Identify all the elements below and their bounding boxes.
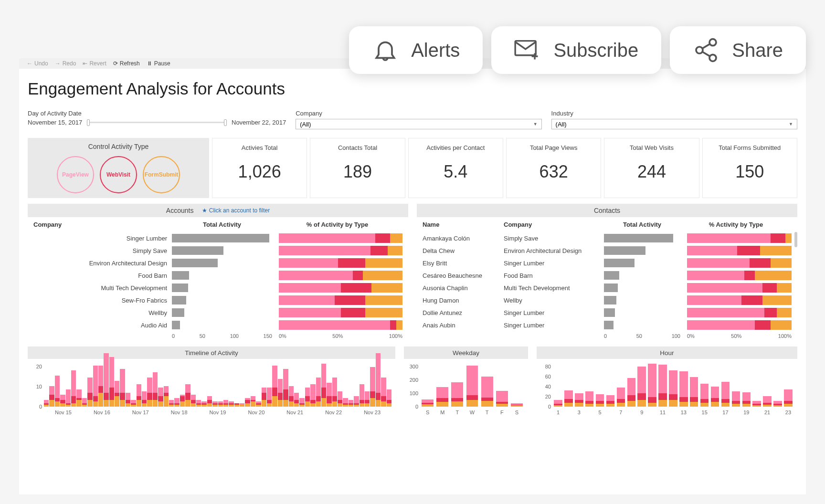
activity-type-bar bbox=[279, 233, 402, 243]
chart-bar bbox=[370, 367, 375, 407]
company-dropdown[interactable]: (All) ▼ bbox=[296, 119, 541, 129]
table-row[interactable]: Delta Chew Environ Architectural Design bbox=[417, 244, 797, 257]
account-name: Simply Save bbox=[33, 247, 172, 254]
table-row[interactable]: Simply Save bbox=[28, 244, 408, 257]
scrollbar-thumb[interactable] bbox=[794, 232, 797, 247]
svg-rect-0 bbox=[516, 41, 536, 55]
chart-bar bbox=[480, 377, 495, 407]
chart-bar bbox=[278, 379, 283, 407]
chart-bar bbox=[584, 391, 595, 407]
date-range-slider[interactable]: November 15, 2017 November 22, 2017 bbox=[28, 119, 286, 126]
activity-type-control: Control Activity Type PageView WebVisit … bbox=[28, 138, 209, 198]
table-row[interactable]: Elsy Britt Singer Lumber bbox=[417, 257, 797, 269]
chart-bar bbox=[158, 388, 163, 407]
alerts-button[interactable]: Alerts bbox=[349, 26, 483, 74]
col-company: Company bbox=[504, 221, 604, 228]
chart-bar bbox=[137, 384, 141, 407]
contact-company: Multi Tech Development bbox=[504, 284, 604, 292]
table-row[interactable]: Sew-Fro Fabrics bbox=[28, 294, 408, 306]
slider-track[interactable] bbox=[87, 122, 227, 123]
formsubmit-toggle[interactable]: FormSubmit bbox=[143, 156, 180, 193]
chart-bar bbox=[245, 398, 250, 407]
kpi-value: 1,026 bbox=[216, 162, 303, 182]
col-name: Name bbox=[423, 221, 504, 228]
table-row[interactable]: Singer Lumber bbox=[28, 232, 408, 244]
col-total-activity: Total Activity bbox=[172, 221, 272, 228]
col-total-activity: Total Activity bbox=[604, 221, 680, 228]
chart-bar bbox=[349, 400, 353, 407]
chart-bar bbox=[289, 386, 294, 407]
chart-bar bbox=[360, 384, 364, 407]
chart-bar bbox=[82, 398, 87, 407]
account-name: Multi Tech Development bbox=[33, 284, 172, 292]
table-row[interactable]: Cesáreo Beauchesne Food Barn bbox=[417, 269, 797, 282]
total-activity-bar bbox=[172, 258, 272, 268]
slider-handle-end[interactable] bbox=[224, 119, 227, 126]
contact-name: Anais Aubin bbox=[423, 322, 504, 329]
activity-type-bar bbox=[687, 295, 792, 305]
total-activity-bar bbox=[172, 295, 272, 305]
chart-bar bbox=[223, 400, 228, 407]
chevron-down-icon: ▼ bbox=[533, 122, 538, 126]
mail-plus-icon bbox=[514, 37, 541, 63]
kpi-card: Activies Total1,026 bbox=[212, 138, 307, 198]
chart-bar bbox=[595, 394, 605, 407]
revert-button[interactable]: ⇤Revert bbox=[83, 60, 106, 67]
kpi-label: Total Forms Submitted bbox=[707, 144, 793, 151]
chart-bar bbox=[376, 353, 381, 407]
table-row[interactable]: Environ Architectural Design bbox=[28, 257, 408, 269]
refresh-button[interactable]: ⟳Refresh bbox=[113, 60, 140, 67]
kpi-value: 632 bbox=[510, 162, 597, 182]
table-row[interactable]: Ausonia Chaplin Multi Tech Development bbox=[417, 282, 797, 294]
contact-company: Singer Lumber bbox=[504, 322, 604, 329]
webvisit-toggle[interactable]: WebVisit bbox=[100, 156, 137, 193]
total-activity-bar bbox=[604, 295, 680, 305]
redo-button[interactable]: →Redo bbox=[55, 60, 76, 67]
contact-company: Wellby bbox=[504, 297, 604, 304]
chart-bar bbox=[495, 391, 509, 407]
industry-dropdown[interactable]: (All) ▼ bbox=[551, 119, 797, 129]
chart-bar bbox=[553, 400, 563, 407]
subscribe-label: Subscribe bbox=[553, 40, 638, 61]
arrow-right-icon: → bbox=[55, 60, 61, 67]
chart-bar bbox=[381, 378, 386, 407]
table-row[interactable]: Audio Aid bbox=[28, 319, 408, 331]
total-activity-bar bbox=[172, 246, 272, 255]
table-row[interactable]: Amankaya Colón Simply Save bbox=[417, 232, 797, 244]
slider-handle-start[interactable] bbox=[87, 119, 90, 126]
pageview-toggle[interactable]: PageView bbox=[57, 156, 94, 193]
chart-bar bbox=[174, 398, 179, 407]
chart-bar bbox=[207, 396, 212, 407]
total-activity-bar bbox=[604, 308, 680, 317]
share-button[interactable]: Share bbox=[670, 26, 806, 74]
kpi-label: Total Page Views bbox=[510, 144, 597, 151]
contact-company: Environ Architectural Design bbox=[504, 247, 604, 254]
chart-bar bbox=[60, 395, 65, 407]
activity-type-bar bbox=[687, 283, 792, 293]
chart-bar bbox=[647, 364, 657, 407]
chart-bar bbox=[49, 386, 54, 407]
subscribe-button[interactable]: Subscribe bbox=[491, 26, 661, 74]
timeline-chart: Timeline of Activity 20100 Nov 15Nov 16N… bbox=[28, 346, 395, 421]
kpi-value: 244 bbox=[608, 162, 695, 182]
chart-bar bbox=[71, 370, 76, 407]
table-row[interactable]: Anais Aubin Singer Lumber bbox=[417, 319, 797, 331]
kpi-value: 5.4 bbox=[412, 162, 499, 182]
contact-name: Cesáreo Beauchesne bbox=[423, 272, 504, 279]
table-row[interactable]: Hung Damon Wellby bbox=[417, 294, 797, 306]
chart-bar bbox=[147, 378, 152, 407]
pause-button[interactable]: ⏸Pause bbox=[147, 60, 170, 67]
table-row[interactable]: Food Barn bbox=[28, 269, 408, 282]
chart-bar bbox=[98, 366, 103, 407]
undo-button[interactable]: ←Undo bbox=[27, 60, 48, 67]
chart-bar bbox=[657, 365, 668, 407]
chart-bar bbox=[465, 366, 479, 407]
chart-bar bbox=[212, 401, 217, 407]
total-activity-bar bbox=[172, 271, 272, 280]
chart-bar bbox=[201, 401, 206, 407]
table-row[interactable]: Multi Tech Development bbox=[28, 282, 408, 294]
table-row[interactable]: Dollie Antunez Singer Lumber bbox=[417, 306, 797, 319]
chart-bar bbox=[751, 401, 762, 407]
table-row[interactable]: Wellby bbox=[28, 306, 408, 319]
total-activity-bar bbox=[604, 258, 680, 268]
